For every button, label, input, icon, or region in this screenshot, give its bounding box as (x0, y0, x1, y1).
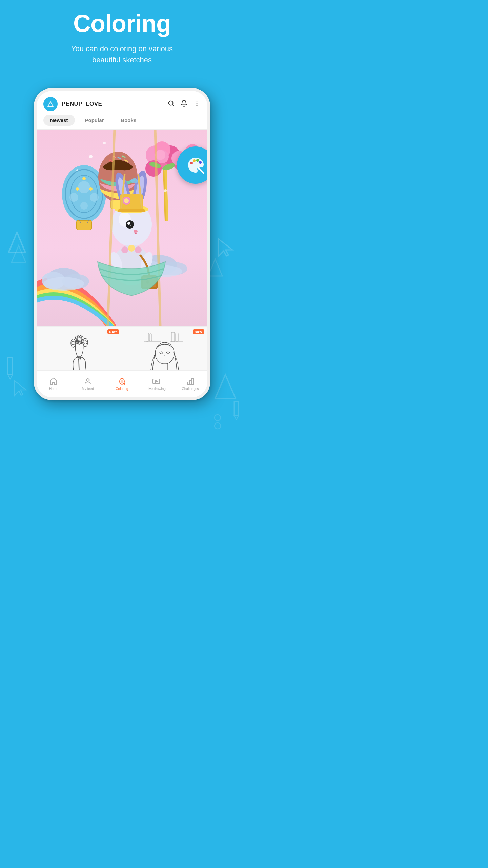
svg-line-15 (172, 105, 174, 106)
nav-challenges[interactable]: Challenges (173, 371, 207, 397)
thumb-2-badge: NEW (193, 329, 205, 334)
svg-point-123 (86, 379, 89, 381)
app-bar: PENUP_LOVE (37, 91, 207, 115)
svg-point-18 (197, 105, 198, 106)
svg-marker-7 (215, 375, 236, 398)
svg-point-32 (69, 193, 78, 202)
svg-rect-75 (118, 209, 145, 212)
svg-rect-8 (234, 401, 239, 416)
nav-home-label: Home (49, 387, 58, 391)
svg-point-36 (89, 187, 93, 191)
nav-coloring[interactable]: Coloring (105, 371, 139, 397)
svg-point-17 (197, 103, 198, 104)
svg-point-71 (130, 225, 131, 226)
phone-frame: PENUP_LOVE (34, 88, 210, 400)
tab-books[interactable]: Books (114, 115, 143, 126)
svg-point-33 (90, 193, 99, 202)
svg-point-121 (155, 342, 174, 364)
app-name: PENUP_LOVE (62, 101, 167, 107)
svg-point-91 (89, 155, 93, 158)
svg-point-16 (197, 101, 198, 102)
svg-marker-1 (12, 245, 26, 262)
more-icon[interactable] (193, 100, 201, 108)
challenges-icon (186, 377, 195, 386)
svg-marker-5 (8, 375, 13, 379)
nav-home[interactable]: Home (37, 371, 71, 397)
page-subtitle: You can do coloring on variousbeautiful … (0, 43, 244, 65)
palette-icon (185, 155, 206, 175)
svg-marker-6 (15, 381, 26, 396)
svg-point-124 (123, 383, 125, 385)
thumb-1-badge: NEW (107, 329, 119, 334)
svg-rect-122 (162, 363, 167, 370)
nav-myfeed-label: My feed (82, 387, 94, 391)
svg-point-79 (121, 246, 128, 253)
nav-livedrawing[interactable]: Live drawing (139, 371, 173, 397)
svg-point-92 (103, 142, 106, 144)
svg-point-107 (72, 341, 75, 345)
svg-point-97 (193, 159, 196, 162)
svg-rect-4 (8, 358, 13, 375)
nav-livedrawing-label: Live drawing (147, 387, 166, 391)
svg-rect-115 (146, 333, 149, 341)
svg-point-37 (82, 177, 86, 180)
svg-point-81 (135, 246, 142, 253)
livedrawing-icon (152, 377, 160, 386)
svg-point-23 (43, 277, 84, 291)
nav-myfeed[interactable]: My feed (71, 371, 105, 397)
svg-point-98 (196, 159, 199, 162)
coloring-icon (118, 377, 126, 386)
svg-point-109 (84, 341, 87, 344)
svg-point-70 (127, 222, 130, 225)
svg-rect-119 (176, 333, 178, 341)
svg-point-69 (126, 220, 134, 229)
phone-inner: PENUP_LOVE (37, 91, 207, 397)
svg-line-100 (200, 169, 204, 173)
tabs-row: Newest Popular Books (37, 115, 207, 130)
bottom-nav: Home My feed Coloring (37, 370, 207, 397)
svg-point-34 (80, 202, 88, 210)
svg-point-31 (78, 181, 90, 193)
myfeed-icon (84, 377, 92, 386)
svg-point-35 (76, 187, 79, 191)
svg-rect-116 (149, 334, 152, 341)
svg-marker-2 (218, 239, 232, 256)
search-icon[interactable] (167, 100, 175, 108)
svg-point-93 (76, 169, 78, 171)
nav-coloring-label: Coloring (116, 387, 128, 391)
svg-point-72 (134, 230, 138, 233)
svg-marker-126 (156, 380, 158, 382)
page-title: Coloring (0, 10, 244, 37)
svg-rect-118 (171, 332, 175, 342)
svg-point-99 (199, 161, 202, 164)
app-bar-icons (167, 100, 201, 108)
svg-point-10 (215, 415, 221, 421)
app-logo (43, 97, 58, 111)
svg-point-11 (215, 423, 221, 429)
home-icon (49, 377, 58, 386)
svg-marker-3 (208, 259, 222, 276)
svg-point-77 (124, 198, 129, 203)
svg-point-96 (190, 162, 193, 164)
svg-point-80 (128, 245, 135, 252)
notification-icon[interactable] (180, 100, 188, 108)
tab-popular[interactable]: Popular (78, 115, 111, 126)
svg-point-94 (164, 189, 167, 192)
nav-challenges-label: Challenges (182, 387, 199, 391)
artwork-area (37, 130, 207, 326)
svg-marker-9 (234, 416, 239, 420)
header-section: Coloring You can do coloring on variousb… (0, 10, 244, 65)
tab-newest[interactable]: Newest (43, 115, 75, 126)
